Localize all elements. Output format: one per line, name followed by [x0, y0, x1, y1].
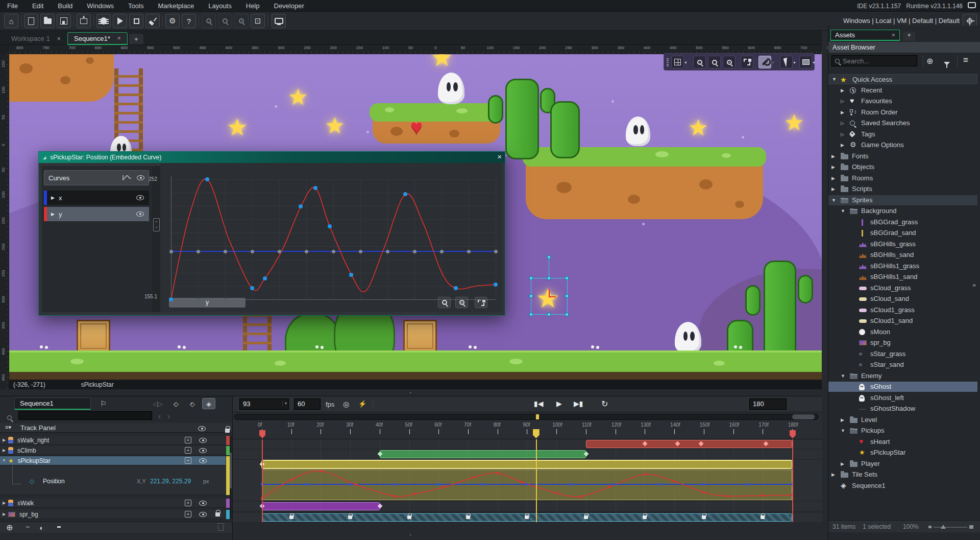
open-project-button[interactable] — [40, 14, 55, 28]
tab-assets-close-icon[interactable]: × — [891, 31, 895, 39]
all-lock-icon[interactable] — [225, 429, 230, 433]
tool-options-button[interactable]: ▼ — [758, 56, 771, 68]
asset-favourites[interactable]: ▷♥Favourites — [828, 96, 977, 106]
frame-ruler[interactable]: 0f10f20f30f40f50f60f70f80f90f100f110f120… — [233, 412, 822, 439]
canvas-zoom-out-button[interactable]: – — [693, 56, 706, 68]
x-curve-point[interactable] — [251, 250, 254, 253]
track-eye-icon[interactable] — [199, 512, 207, 517]
remove-keyframe-button[interactable]: ◇− — [168, 398, 182, 409]
asset-fonts[interactable]: ▶Fonts — [828, 151, 977, 161]
playhead-marker[interactable] — [533, 429, 540, 438]
y-curve-keyframe[interactable] — [250, 286, 254, 290]
tree-arrow-icon[interactable]: ▶ — [831, 186, 835, 192]
track-y-eye-icon[interactable] — [136, 212, 144, 217]
instant-playback-icon[interactable]: ⚡ — [358, 400, 366, 408]
selection-handle[interactable] — [529, 276, 533, 280]
asset-game-options[interactable]: ▶⚙Game Options — [828, 140, 977, 150]
menu-build[interactable]: Build — [51, 2, 80, 10]
selection-handle[interactable] — [547, 276, 551, 280]
help-button[interactable]: ? — [182, 14, 196, 28]
asset-saved-searches[interactable]: ▷Saved Searches — [828, 118, 977, 128]
asset-sheart[interactable]: ♥sHeart — [828, 437, 977, 447]
add-keyframe-button[interactable]: ◇+ — [185, 398, 198, 409]
run-button[interactable] — [113, 14, 127, 28]
rotate-handle[interactable] — [547, 255, 551, 259]
position-parameter-row[interactable]: ◇ Position X,Y 221.29, 225.29 px — [0, 465, 226, 495]
asset-enemy[interactable]: ▼Enemy — [828, 371, 977, 381]
mirror-keys-button[interactable]: ◁▷ — [151, 398, 164, 409]
timeline-bar-sWalk_right[interactable] — [586, 440, 792, 448]
asset-scloud1-sand[interactable]: sCloud1_sand — [828, 316, 977, 326]
graph-zoom-in-button[interactable]: + — [455, 297, 468, 308]
selection-handle[interactable] — [547, 313, 551, 316]
track-lock-icon[interactable] — [215, 512, 220, 516]
x-curve-point[interactable] — [224, 250, 227, 253]
skip-to-start-button[interactable]: ▮◀ — [534, 400, 543, 408]
menu-windows[interactable]: Windows — [80, 2, 121, 10]
track-scrollbar-thumb[interactable] — [230, 453, 232, 488]
tree-arrow-icon[interactable]: ▷ — [841, 132, 844, 137]
duration-input[interactable]: 180 — [749, 398, 787, 410]
asset-sbghills1-grass[interactable]: sBGHills1_grass — [828, 261, 977, 271]
y-curve-keyframe[interactable] — [299, 204, 303, 208]
y-curve-keyframe[interactable] — [494, 283, 498, 287]
tab-sequence1-bottom[interactable]: Sequence1 — [14, 397, 91, 410]
track-sort-icon[interactable]: ≡▾ — [5, 424, 11, 431]
track-eye-icon[interactable] — [199, 458, 207, 463]
selection-handle[interactable] — [565, 313, 569, 316]
timeline-bar-sClimb[interactable] — [380, 450, 586, 458]
asset-background[interactable]: ▼Background — [828, 206, 977, 216]
y-curve-keyframe[interactable] — [263, 276, 267, 280]
canvas-zoom-in-button[interactable]: + — [723, 56, 736, 68]
grid-settings-button[interactable]: ▼ — [671, 56, 684, 68]
tree-arrow-icon[interactable]: ▷ — [841, 121, 844, 126]
asset-sprites[interactable]: ▼Sprites — [828, 195, 977, 205]
panel-collapse-right-chevron[interactable]: » — [972, 281, 976, 289]
track-eye-icon[interactable] — [199, 448, 207, 453]
scrub-playhead[interactable] — [536, 414, 539, 419]
x-curve-point[interactable] — [197, 250, 200, 253]
x-curve-point[interactable] — [467, 250, 471, 253]
track-row-sPickupStar[interactable]: ▼★sPickupStar+ — [0, 456, 226, 465]
home-button[interactable]: ⌂ — [4, 14, 18, 28]
tab-workspace1[interactable]: Workspace 1 × — [5, 32, 67, 45]
selection-handle[interactable] — [565, 276, 569, 280]
tab-sequence1[interactable]: Sequence1* × — [67, 32, 128, 45]
parameter-toggle-icon[interactable]: ◐ — [39, 524, 43, 532]
delete-track-icon[interactable] — [218, 525, 224, 531]
asset-spickupstar[interactable]: ★sPickupStar — [828, 448, 977, 458]
dope-sheet[interactable] — [233, 439, 822, 540]
timeline-bar-sPickupStar[interactable] — [262, 460, 792, 468]
range-start-marker[interactable] — [259, 430, 265, 438]
track-row-sWalk_right[interactable]: ▶sWalk_right+ — [0, 436, 226, 445]
curve-graph[interactable]: 252 155.1 y – + — [160, 163, 502, 312]
selection-handle[interactable] — [565, 294, 569, 298]
filter-icon[interactable] — [944, 62, 950, 65]
all-visibility-eye-icon[interactable] — [198, 426, 206, 431]
zoom-slider-max[interactable] — [969, 525, 973, 529]
selection-handle[interactable] — [529, 294, 533, 298]
asset-quick-access[interactable]: ▼★Quick Access — [828, 74, 977, 84]
game-options-button[interactable]: ⚙ — [165, 14, 180, 28]
asset-sequence1[interactable]: ◈Sequence1 — [828, 481, 977, 491]
canvas-zoom-reset-button[interactable] — [708, 56, 721, 68]
clean-button[interactable] — [145, 14, 160, 28]
window-pin-icon[interactable]: ◢ — [43, 155, 46, 160]
asset-sstar-grass[interactable]: sStar_grass — [828, 349, 977, 359]
scrub-bar[interactable] — [234, 414, 819, 420]
play-button[interactable]: ▶ — [556, 400, 562, 408]
current-frame-input[interactable]: 93▾ — [239, 398, 289, 410]
flag-icon[interactable]: ⚐ — [100, 400, 107, 408]
tree-arrow-icon[interactable]: ▶ — [841, 417, 844, 422]
asset-objects[interactable]: ▶Objects — [828, 162, 977, 172]
asset-tile-sets[interactable]: ▶Tile Sets — [828, 469, 977, 480]
record-keyframe-button[interactable]: ◈ — [202, 398, 215, 409]
selection-handle[interactable] — [529, 313, 533, 316]
expanded-curve-region[interactable] — [262, 469, 792, 500]
menu-help[interactable]: Help — [239, 2, 267, 10]
curve-track-x[interactable]: ▶ x — [44, 191, 149, 205]
add-parameter-icon[interactable]: + — [185, 500, 191, 506]
tab-add-button[interactable]: + — [129, 34, 143, 44]
asset-scripts[interactable]: ▶Scripts — [828, 184, 977, 194]
tab-sequence1-close-icon[interactable]: × — [117, 35, 121, 42]
